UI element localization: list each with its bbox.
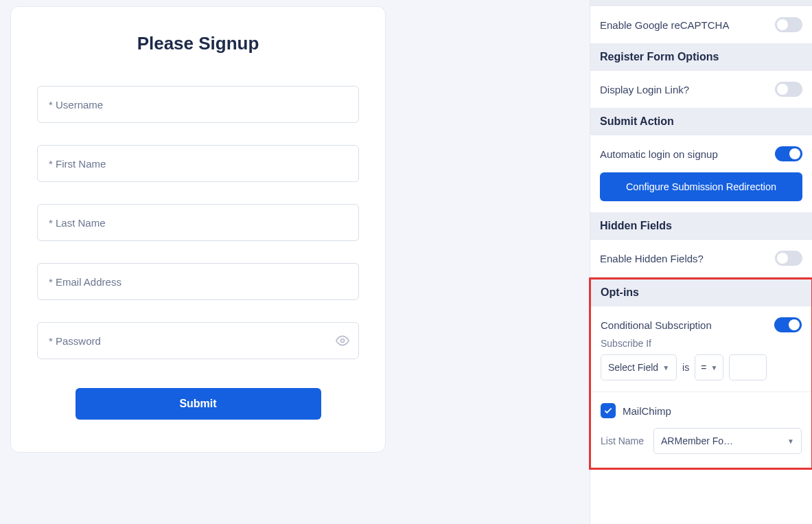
operator-text: = <box>701 362 706 373</box>
cond-sub-label: Conditional Subscription <box>601 319 712 331</box>
subscribe-if-label: Subscribe If <box>601 338 802 349</box>
optins-highlight: Opt-ins Conditional Subscription Subscri… <box>589 277 812 470</box>
list-name-dropdown[interactable]: ARMember Fo… ▼ <box>653 428 802 454</box>
enable-hidden-toggle[interactable] <box>775 251 802 266</box>
settings-sidebar: X Enable Google reCAPTCHA Register Form … <box>590 0 812 524</box>
enable-recaptcha-label: Enable Google reCAPTCHA <box>600 19 729 31</box>
enable-hidden-label: Enable Hidden Fields? <box>600 253 704 264</box>
email-wrap <box>37 263 359 300</box>
hidden-fields-body: Enable Hidden Fields? <box>590 240 812 277</box>
configure-redirection-button[interactable]: Configure Submission Redirection <box>600 172 802 201</box>
condition-row: Select Field ▼ is = ▼ <box>601 354 802 380</box>
register-section-header: Register Form Options <box>590 44 812 71</box>
lastname-input[interactable] <box>37 204 359 241</box>
eye-icon[interactable] <box>336 334 349 348</box>
recaptcha-section-header: X <box>590 0 812 6</box>
is-text: is <box>682 362 689 373</box>
list-name-row: List Name ARMember Fo… ▼ <box>601 428 802 454</box>
select-field-dropdown[interactable]: Select Field ▼ <box>601 354 677 380</box>
chevron-down-icon: ▼ <box>787 437 794 445</box>
select-field-text: Select Field <box>608 362 658 373</box>
display-login-label: Display Login Link? <box>600 84 689 95</box>
signup-form-card: Please Signup Submit <box>10 6 386 453</box>
password-wrap <box>37 322 359 359</box>
optins-body-1: Conditional Subscription Subscribe If Se… <box>591 306 811 392</box>
hidden-fields-header: Hidden Fields <box>590 213 812 240</box>
list-name-value: ARMember Fo… <box>661 435 733 446</box>
auto-login-label: Automatic login on signup <box>600 148 718 160</box>
submit-action-header: Submit Action <box>590 109 812 135</box>
username-input[interactable] <box>37 86 359 123</box>
mailchimp-checkbox[interactable] <box>601 403 616 418</box>
form-title: Please Signup <box>37 33 359 54</box>
password-input[interactable] <box>37 322 359 359</box>
firstname-wrap <box>37 145 359 182</box>
chevron-down-icon: ▼ <box>710 364 717 372</box>
recaptcha-section-body: Enable Google reCAPTCHA <box>590 6 812 44</box>
mailchimp-row: MailChimp <box>601 403 802 418</box>
cond-sub-toggle[interactable] <box>774 317 802 332</box>
submit-button[interactable]: Submit <box>76 388 321 420</box>
condition-value-input[interactable] <box>729 354 767 380</box>
auto-login-toggle[interactable] <box>775 146 802 161</box>
operator-dropdown[interactable]: = ▼ <box>695 354 723 380</box>
username-wrap <box>37 86 359 123</box>
optins-body-2: MailChimp List Name ARMember Fo… ▼ <box>591 392 811 468</box>
chevron-down-icon: ▼ <box>662 364 669 372</box>
mailchimp-label: MailChimp <box>623 405 671 417</box>
lastname-wrap <box>37 204 359 241</box>
firstname-input[interactable] <box>37 145 359 182</box>
optins-header: Opt-ins <box>591 280 811 306</box>
submit-action-body: Automatic login on signup Configure Subm… <box>590 135 812 213</box>
svg-point-0 <box>341 339 345 343</box>
register-section-body: Display Login Link? <box>590 71 812 109</box>
list-name-label: List Name <box>601 435 644 446</box>
enable-recaptcha-toggle[interactable] <box>775 17 802 32</box>
display-login-toggle[interactable] <box>775 82 802 97</box>
email-input[interactable] <box>37 263 359 300</box>
